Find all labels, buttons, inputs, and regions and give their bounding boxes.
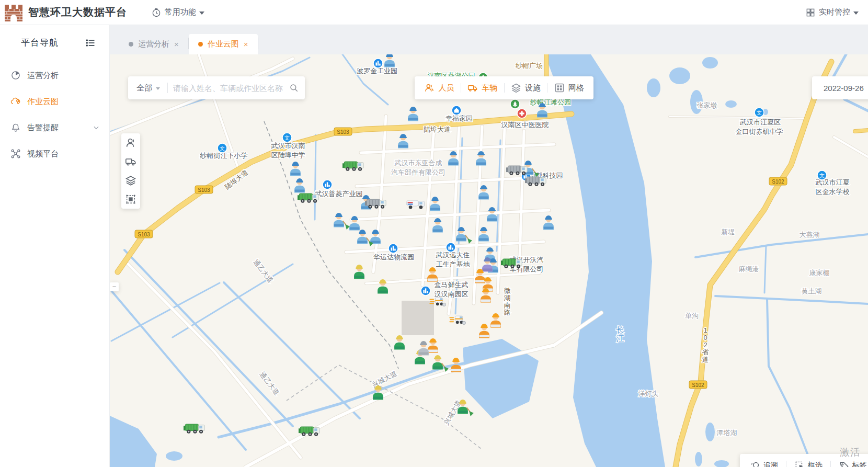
map-label: 纱帽广场: [515, 62, 543, 70]
map-label: 区陆埠中学: [271, 151, 305, 159]
map-label: 华运达物流园: [373, 253, 414, 261]
page-title: 智慧环卫大数据平台: [28, 5, 127, 19]
sidebar-item-operation-analysis[interactable]: 运营分析: [0, 62, 109, 88]
map-label: 纱帽江滩公园: [530, 98, 571, 106]
filter-label: 网格: [568, 83, 584, 93]
map-bottom-tools: 追溯 框选 标签: [740, 454, 868, 467]
date-picker[interactable]: 2022-09-26: [812, 76, 868, 99]
realtime-control-menu[interactable]: 实时管控: [805, 7, 859, 18]
trace-button[interactable]: 追溯: [750, 461, 778, 467]
svg-text:S102: S102: [772, 179, 784, 185]
search-icon[interactable]: [289, 83, 299, 93]
filter-label: 车辆: [482, 83, 497, 93]
tab-divider: [258, 38, 258, 49]
chevron-down-icon: [199, 12, 204, 15]
marquee-tool-icon[interactable]: [125, 193, 136, 205]
sidebar-item-label: 作业云图: [27, 97, 59, 107]
poi-home-icon[interactable]: [452, 106, 461, 115]
poi-factory-icon[interactable]: [446, 243, 455, 252]
date-value: 2022-09-26: [824, 84, 864, 93]
poi-factory-icon[interactable]: [323, 180, 332, 189]
poi-factory-icon[interactable]: [373, 59, 383, 68]
layers-icon: [511, 83, 521, 93]
minus-icon: −: [112, 283, 117, 291]
search-category-value: 全部: [136, 83, 152, 93]
marquee-cursor-icon: [795, 461, 805, 467]
cloud-pin-icon: [10, 96, 21, 107]
poi-factory-icon[interactable]: [389, 244, 398, 253]
sidebar-title: 平台导航: [21, 37, 59, 49]
app-header: 智慧环卫大数据平台 常用功能 实时管控: [0, 0, 868, 25]
search-input[interactable]: [173, 84, 289, 93]
svg-text:文: 文: [284, 135, 290, 141]
map-label: 武汉市江夏区: [739, 118, 781, 126]
svg-text:文: 文: [220, 145, 225, 151]
clock-icon: [151, 7, 162, 18]
map-label: 洋灯头: [638, 390, 659, 397]
label-toggle-button[interactable]: 标签: [839, 461, 867, 467]
tab-operation-analysis[interactable]: 运营分析 ×: [119, 34, 188, 54]
sidebar-item-label: 告警提醒: [27, 123, 59, 133]
map-side-tools: [121, 133, 140, 209]
tab-dot: [129, 42, 133, 47]
map-label: 大燕湖: [800, 231, 820, 238]
close-icon[interactable]: ×: [174, 40, 179, 49]
map-label: 汽车部件有限公司: [391, 168, 446, 176]
layers-tool-icon[interactable]: [125, 175, 136, 186]
search-category-select[interactable]: 全部: [134, 83, 162, 93]
common-functions-label: 常用功能: [165, 7, 196, 17]
poi-school-icon[interactable]: 文: [218, 143, 227, 153]
truck-tool-icon[interactable]: [125, 156, 136, 167]
tab-work-cloud-map[interactable]: 作业云图 ×: [189, 34, 258, 54]
road-badge: S103: [334, 128, 352, 135]
map-canvas[interactable]: S103S103S103S102S102波罗金工业园汉南区薇湖公园纱帽广场幸福家…: [110, 54, 868, 467]
map-label: 幸福家园: [446, 115, 473, 122]
close-icon[interactable]: ×: [244, 40, 248, 49]
poi-school-icon[interactable]: 文: [282, 133, 292, 142]
sidebar-item-label: 视频平台: [27, 149, 59, 159]
filter-grid[interactable]: 网格: [554, 83, 584, 93]
poi-factory-icon[interactable]: [421, 286, 430, 295]
poi-school-icon[interactable]: 文: [755, 108, 764, 117]
realtime-control-label: 实时管控: [819, 7, 850, 17]
chevron-down-icon: [156, 87, 160, 90]
zoom-out-button[interactable]: −: [110, 282, 119, 291]
sidebar: 平台导航 运营分析 作业云图 告警提醒: [0, 25, 110, 467]
list-menu-icon[interactable]: [85, 38, 96, 48]
sidebar-item-video-platform[interactable]: 视频平台: [0, 141, 109, 167]
road-badge: S103: [135, 230, 153, 238]
map-label: 微湖南路: [504, 287, 511, 316]
poi-hospital-icon[interactable]: [517, 109, 527, 118]
filter-personnel[interactable]: 人员: [424, 83, 454, 93]
map-label: 张家墩: [697, 101, 717, 109]
road-badge: S102: [689, 381, 707, 389]
road-badge: S103: [195, 186, 213, 193]
map-label: 武汉普菱产业园: [315, 190, 363, 198]
road-badge: S102: [769, 177, 787, 185]
person-tool-icon[interactable]: [125, 137, 136, 149]
map-label: 工生产基地: [436, 260, 471, 268]
tool-label: 框选: [808, 461, 823, 467]
map-label: 汉南区中医医院: [501, 121, 549, 129]
brand-logo-icon: [4, 3, 23, 22]
tag-icon: [839, 461, 849, 467]
tab-label: 作业云图: [208, 39, 239, 49]
search-bar: 全部: [128, 76, 305, 99]
sidebar-item-alerts[interactable]: 告警提醒: [0, 115, 109, 141]
common-functions-menu[interactable]: 常用功能: [151, 7, 204, 18]
svg-text:文: 文: [757, 110, 762, 116]
svg-text:S102: S102: [692, 382, 704, 388]
map-label: 康家棚: [809, 269, 830, 277]
filter-facilities[interactable]: 设施: [511, 83, 541, 93]
map-label: 区金水学校: [816, 188, 850, 196]
poi-school-icon[interactable]: 文: [817, 170, 827, 180]
sidebar-item-work-cloud-map[interactable]: 作业云图: [0, 88, 109, 115]
map-label: 盒马鲜生武: [435, 281, 469, 289]
map-label: 武汉市汉南: [271, 142, 305, 150]
filter-label: 设施: [525, 83, 541, 93]
map-label: 金口街赤矶中学: [736, 128, 783, 135]
poi-park-icon[interactable]: [510, 99, 520, 109]
map-label: 武汉市东亚合成: [394, 159, 442, 167]
box-select-button[interactable]: 框选: [795, 461, 823, 467]
filter-vehicles[interactable]: 车辆: [467, 83, 497, 93]
